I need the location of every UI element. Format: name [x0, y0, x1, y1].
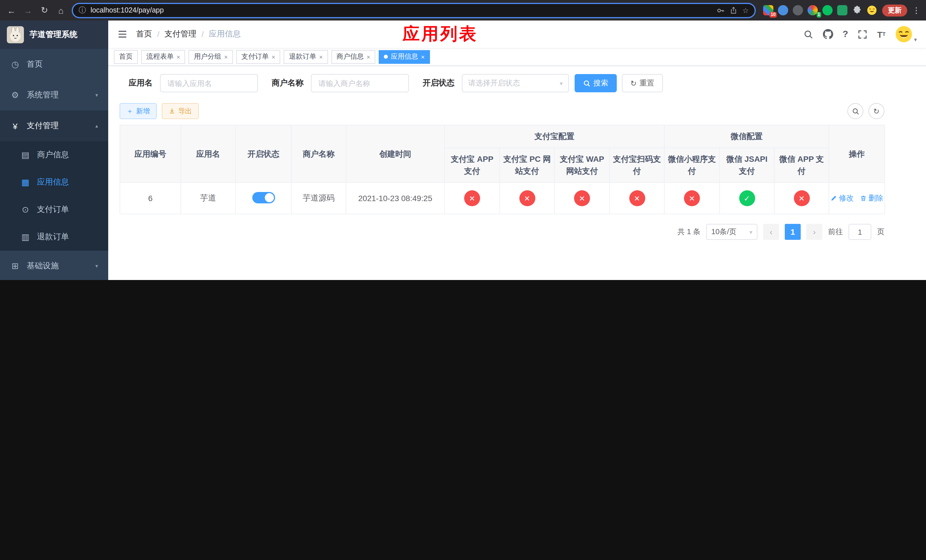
- page-size-select[interactable]: 10条/页 ▾: [706, 224, 757, 240]
- sidebar-logo[interactable]: 芋道管理系统: [0, 21, 108, 49]
- extensions-puzzle-icon[interactable]: [852, 5, 862, 15]
- home-icon[interactable]: ⌂: [55, 5, 67, 15]
- reset-button[interactable]: ↻ 重置: [622, 74, 663, 92]
- edit-link[interactable]: 修改: [830, 193, 854, 203]
- delete-link[interactable]: 删除: [860, 193, 883, 203]
- sidebar: 芋道管理系统 ◷ 首页 ⚙ 系统管理 ▾ ¥ 支付管理 ▴: [0, 21, 108, 280]
- back-icon[interactable]: ←: [6, 5, 17, 15]
- col-app-id: 应用编号: [120, 125, 181, 183]
- sidebar-item-refund-orders[interactable]: ▥ 退款订单: [0, 223, 108, 251]
- table-row: 6 芋道 芋道源码 2021-10-23 08:49:25 ✕ ✕ ✕ ✕ ✕: [120, 183, 885, 214]
- browser-toolbar: ← → ↻ ⌂ ⓘ localhost:1024/pay/app ☆ 10 1: [0, 0, 926, 21]
- github-icon[interactable]: [823, 29, 833, 39]
- extension-chat-icon[interactable]: [837, 5, 847, 15]
- browser-menu-icon[interactable]: ⋮: [912, 6, 920, 15]
- extension-dark-icon[interactable]: [793, 5, 803, 15]
- share-icon[interactable]: [730, 6, 738, 14]
- extension-wechat-icon[interactable]: [822, 5, 832, 15]
- col-actions: 操作: [829, 125, 885, 183]
- user-avatar-menu[interactable]: ▾: [895, 26, 917, 43]
- close-icon[interactable]: ×: [272, 53, 275, 60]
- tab-label: 首页: [119, 52, 133, 62]
- sidebar-item-label: 基础设施: [27, 261, 89, 271]
- sidebar-item-home[interactable]: ◷ 首页: [0, 49, 108, 80]
- sidebar-item-merchant-info[interactable]: ▤ 商户信息: [0, 141, 108, 169]
- tab-process-form[interactable]: 流程表单 ×: [141, 50, 185, 64]
- cell-alipay-qr: ✕: [610, 183, 664, 214]
- col-app-name: 应用名: [181, 125, 236, 183]
- add-button[interactable]: ＋ 新增: [120, 103, 157, 119]
- password-key-icon[interactable]: [717, 6, 725, 15]
- status-toggle[interactable]: [252, 192, 275, 203]
- merchant-name-input[interactable]: [311, 74, 409, 92]
- site-info-icon[interactable]: ⓘ: [79, 5, 86, 15]
- tab-pay-orders[interactable]: 支付订单 ×: [236, 50, 280, 64]
- cell-app-name: 芋道: [181, 183, 236, 214]
- close-icon[interactable]: ×: [319, 53, 323, 60]
- tab-refund-orders[interactable]: 退款订单 ×: [284, 50, 328, 64]
- fullscreen-icon[interactable]: [858, 29, 868, 39]
- extension-color-wheel-icon[interactable]: 1: [808, 5, 818, 15]
- help-icon[interactable]: ?: [843, 29, 848, 39]
- next-page-button[interactable]: ›: [806, 224, 822, 240]
- col-created: 创建时间: [346, 125, 445, 183]
- page-number-button[interactable]: 1: [785, 224, 801, 240]
- cell-created: 2021-10-23 08:49:25: [346, 183, 445, 214]
- toggle-search-button[interactable]: [847, 103, 863, 119]
- sidebar-item-app-info[interactable]: ▦ 应用信息: [0, 169, 108, 196]
- table-toolbar: ＋ 新增 导出 ↻: [120, 103, 884, 119]
- screen: ← → ↻ ⌂ ⓘ localhost:1024/pay/app ☆ 10 1: [0, 0, 926, 280]
- cell-wechat-mini: ✕: [664, 183, 720, 214]
- tab-app-info[interactable]: 应用信息 ×: [379, 50, 430, 64]
- search-icon[interactable]: [803, 29, 813, 39]
- extension-grid-icon[interactable]: 10: [763, 5, 773, 15]
- forward-icon[interactable]: →: [22, 5, 33, 15]
- sidebar-item-system[interactable]: ⚙ 系统管理 ▾: [0, 80, 108, 110]
- extension-drop-icon[interactable]: [778, 5, 788, 15]
- pay-order-icon: ⊙: [21, 204, 30, 215]
- close-icon[interactable]: ×: [367, 53, 371, 60]
- page-content: 应用名 商户名称 开启状态 请选择开启状态 ▾ 搜索 ↻ 重: [108, 66, 926, 280]
- tab-user-group[interactable]: 用户分组 ×: [189, 50, 233, 64]
- extensions-cluster: 10 1: [763, 5, 877, 15]
- alipay-qr-status-icon: ✕: [629, 190, 645, 206]
- wechat-app-status-icon: ✕: [794, 190, 809, 206]
- tab-home[interactable]: 首页: [114, 50, 138, 64]
- export-button[interactable]: 导出: [162, 103, 199, 119]
- refund-order-icon: ▥: [21, 232, 30, 242]
- font-size-icon[interactable]: TT: [877, 29, 885, 39]
- url-bar[interactable]: ⓘ localhost:1024/pay/app ☆: [72, 3, 756, 18]
- close-icon[interactable]: ×: [421, 53, 425, 60]
- close-icon[interactable]: ×: [224, 53, 228, 60]
- breadcrumb: 首页 / 支付管理 / 应用信息: [136, 29, 241, 39]
- avatar: [895, 26, 912, 43]
- col-alipay-pc: 支付宝 PC 网站支付: [500, 148, 554, 183]
- app-title: 芋道管理系统: [30, 30, 77, 40]
- reload-icon[interactable]: ↻: [39, 5, 50, 15]
- breadcrumb-payment[interactable]: 支付管理: [165, 29, 197, 39]
- col-wechat-jsapi: 微信 JSAPI 支付: [720, 148, 774, 183]
- group-wechat-config: 微信配置: [664, 125, 829, 148]
- close-icon[interactable]: ×: [177, 53, 180, 60]
- breadcrumb-home[interactable]: 首页: [136, 29, 152, 39]
- browser-update-button[interactable]: 更新: [882, 4, 907, 16]
- sidebar-item-infrastructure[interactable]: ⊞ 基础设施 ▾: [0, 251, 108, 280]
- merchant-card-icon: ▤: [21, 150, 30, 160]
- refresh-table-button[interactable]: ↻: [869, 103, 884, 119]
- chevron-down-icon: ▾: [560, 80, 563, 86]
- status-select[interactable]: 请选择开启状态 ▾: [462, 74, 569, 92]
- search-button[interactable]: 搜索: [575, 74, 617, 92]
- app-name-input[interactable]: [160, 74, 258, 92]
- cell-actions: 修改 删除: [829, 183, 885, 214]
- prev-page-button[interactable]: ‹: [763, 224, 779, 240]
- sidebar-item-payment[interactable]: ¥ 支付管理 ▴: [0, 110, 108, 141]
- sidebar-item-pay-orders[interactable]: ⊙ 支付订单: [0, 196, 108, 223]
- bookmark-star-icon[interactable]: ☆: [742, 6, 749, 15]
- profile-avatar-emoji[interactable]: [867, 5, 877, 15]
- tab-label: 流程表单: [146, 52, 174, 62]
- collapse-menu-icon[interactable]: [117, 29, 127, 39]
- page-title-annotation: 应用列表: [402, 23, 478, 46]
- edit-link-label: 修改: [839, 193, 854, 203]
- tab-merchant-info[interactable]: 商户信息 ×: [331, 50, 375, 64]
- goto-page-input[interactable]: [849, 224, 872, 240]
